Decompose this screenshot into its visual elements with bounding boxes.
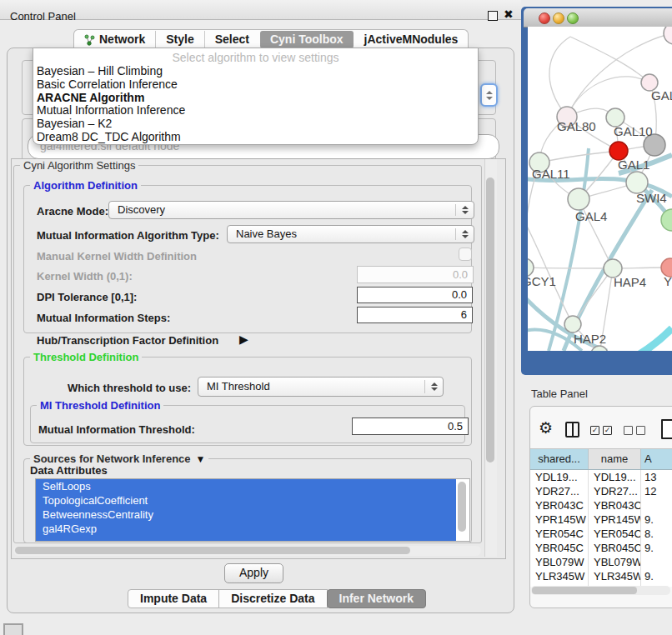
algorithm-dropdown: Select algorithm to view settings Bayesi… [33, 48, 479, 145]
checked-column-icon[interactable]: ✓ [590, 426, 599, 435]
dpi-tolerance-field[interactable]: 0.0 [357, 287, 473, 303]
mi-threshold-label: Mutual Information Threshold: [38, 423, 195, 436]
attribute-list-item[interactable]: BetweennessCentrality [36, 508, 456, 522]
table-row[interactable]: YBR043CYBR043C [530, 498, 672, 512]
hub-definition-label[interactable]: Hub/Transcription Factor Definition [37, 334, 218, 347]
network-edge [567, 77, 649, 117]
list-scrollbar-thumb[interactable] [458, 482, 466, 532]
mi-threshold-field[interactable]: 0.5 [352, 418, 469, 435]
kernel-width-field[interactable]: 0.0 [357, 266, 474, 283]
attribute-list-item[interactable]: gal4RGexp [36, 522, 456, 536]
focused-spinner[interactable] [480, 83, 498, 107]
minimized-panel-icon[interactable] [3, 623, 23, 635]
table-cell: 12 [641, 484, 672, 498]
column-header-1[interactable]: name [589, 449, 641, 469]
attribute-list-item[interactable] [36, 536, 456, 542]
node-label-hap2: HAP2 [574, 332, 606, 346]
attribute-list-item[interactable]: SelfLoops [36, 479, 456, 493]
screen: Control Panel ✖ gal4filtered.sif default… [0, 0, 672, 635]
network-node-green-right[interactable] [661, 209, 672, 231]
close-traffic-light-icon[interactable] [539, 12, 550, 24]
tab-select[interactable]: Select [204, 31, 259, 48]
network-node-hap2[interactable] [564, 316, 581, 332]
table-row[interactable]: YLR345WYLR345W9. [530, 569, 672, 583]
tab-style[interactable]: Style [155, 31, 203, 48]
network-node-top-right[interactable] [664, 27, 672, 44]
apply-button[interactable]: Apply [224, 563, 283, 583]
node-label-gal4: GAL4 [575, 209, 607, 223]
tab-impute-data[interactable]: Impute Data [128, 589, 219, 608]
dropdown-item-list: Bayesian – Hill ClimbingBasic Correlatio… [33, 65, 478, 144]
algorithm-option-basic-correlation-inference[interactable]: Basic Correlation Inference [33, 78, 478, 92]
zoom-traffic-light-icon[interactable] [567, 12, 579, 24]
node-table: shared...nameA YDL19...YDL19...13YDR27..… [530, 448, 672, 587]
aracne-mode-combo[interactable]: Discovery [108, 201, 474, 219]
table-header-row: shared...nameA [530, 449, 672, 470]
settings-hscrollbar-thumb[interactable] [15, 547, 410, 554]
sources-title[interactable]: Sources for Network Inference▼ [30, 452, 208, 465]
tab-jactivemnodules[interactable]: jActiveMNodules [354, 31, 469, 48]
spinner-down-icon [486, 97, 493, 100]
table-cell: YDL19... [530, 470, 589, 484]
mi-steps-field[interactable]: 6 [357, 307, 473, 323]
unchecked-column-icon[interactable] [636, 426, 645, 435]
settings-gear-icon[interactable]: ⚙ [539, 420, 553, 436]
table-cell: YDR27... [589, 484, 641, 498]
control-panel-title: Control Panel [10, 10, 76, 22]
bottom-tabbar: Impute DataDiscretize DataInfer Network [128, 589, 426, 608]
table-cell: YBR045C [589, 541, 641, 555]
network-window-titlebar[interactable] [524, 8, 672, 28]
column-header-2[interactable]: A [641, 449, 672, 469]
network-node-gal4[interactable] [568, 188, 589, 210]
network-graph[interactable]: GALGAL80GAL10GAL1GAL11SWI4GAL4GCY1HAP4YH… [528, 27, 672, 351]
close-icon[interactable]: ✖ [504, 8, 514, 21]
table-cell: YPR145W [530, 512, 589, 527]
tab-network[interactable]: Network [74, 31, 155, 48]
dropdown-prompt: Select algorithm to view settings [33, 48, 478, 65]
tab-infer-network[interactable]: Infer Network [327, 589, 426, 608]
which-threshold-combo[interactable]: MI Threshold [198, 377, 444, 397]
algorithm-option-mutual-information-inference[interactable]: Mutual Information Inference [33, 104, 478, 118]
tab-discretize-data[interactable]: Discretize Data [218, 589, 327, 608]
new-table-icon[interactable] [661, 419, 672, 439]
float-window-icon[interactable] [488, 11, 498, 21]
algorithm-option-bayesian-k2[interactable]: Bayesian – K2 [33, 118, 478, 131]
tab-cyni-toolbox[interactable]: Cyni Toolbox [260, 31, 354, 48]
table-row[interactable]: YER054CYER054C8. [530, 527, 672, 541]
expand-arrow-icon[interactable]: ▶ [239, 332, 248, 346]
table-row[interactable]: YDR27...YDR27...12 [530, 484, 672, 498]
network-edge [573, 268, 613, 324]
mi-algorithm-type-combo[interactable]: Naive Bayes [227, 225, 474, 243]
algorithm-option-dream8-dc-tdc-algorithm[interactable]: Dream8 DC_TDC Algorithm [33, 131, 478, 144]
table-cell: YBL079W [589, 555, 641, 569]
settings-vscrollbar-thumb[interactable] [486, 178, 494, 462]
attribute-list-item[interactable]: TopologicalCoefficient [36, 493, 456, 508]
which-threshold-label: Which threshold to use: [68, 382, 191, 394]
table-hscrollbar-thumb[interactable] [532, 587, 637, 594]
tab-label: jActiveMNodules [364, 31, 459, 48]
algorithm-option-bayesian-hill-climbing[interactable]: Bayesian – Hill Climbing [33, 65, 478, 78]
network-edge [567, 33, 672, 117]
node-label-gal11: GAL11 [532, 167, 570, 181]
column-header-0[interactable]: shared... [530, 449, 589, 469]
mi-algorithm-type-label: Mutual Information Algorithm Type: [37, 229, 219, 242]
algorithm-option-aracne-algorithm[interactable]: ARACNE Algorithm [33, 92, 478, 105]
table-cell: YDL19... [589, 470, 641, 484]
unchecked-column-icon[interactable] [624, 426, 633, 435]
data-attributes-list[interactable]: SelfLoopsTopologicalCoefficientBetweenne… [35, 478, 470, 542]
table-row[interactable]: YPR145WYPR145W9. [530, 512, 672, 527]
split-columns-icon[interactable] [565, 422, 579, 438]
table-cell: YBR043C [530, 498, 589, 512]
algorithm-definition-title: Algorithm Definition [30, 179, 141, 192]
collapse-arrow-icon[interactable]: ▼ [196, 453, 206, 465]
manual-kernel-width-label: Manual Kernel Width Definition [37, 250, 197, 262]
manual-kernel-width-checkbox[interactable] [459, 248, 472, 261]
table-cell: YER054C [589, 527, 641, 541]
minimize-traffic-light-icon[interactable] [553, 12, 564, 24]
table-row[interactable]: YBL079WYBL079W [530, 555, 672, 569]
table-row[interactable]: YBR045CYBR045C9. [530, 541, 672, 555]
checked-column-icon[interactable]: ✓ [603, 426, 612, 435]
table-row[interactable]: YDL19...YDL19...13 [530, 470, 672, 484]
threshold-definition-title: Threshold Definition [30, 351, 142, 363]
table-cell: YLR345W [530, 569, 589, 583]
